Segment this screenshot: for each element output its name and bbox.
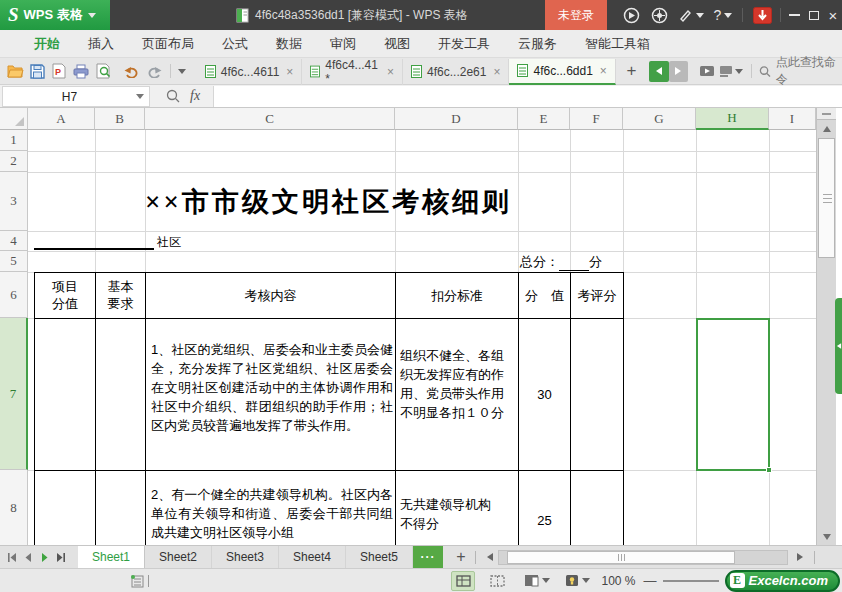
assessment-content-row2-cell[interactable]: 2、有一个健全的共建领导机构。社区内各单位有关领导和街道、居委会干部共同组成共建… <box>151 485 393 542</box>
horizontal-scrollbar[interactable] <box>498 550 788 565</box>
quick-access-dropdown[interactable] <box>176 59 189 83</box>
open-button[interactable] <box>4 59 26 83</box>
play-panel-button[interactable] <box>696 59 718 83</box>
doc-tab-4-active[interactable]: 4f6c...6dd1 × <box>509 59 615 85</box>
document-title-cell[interactable]: ××市市级文明社区考核细则 <box>34 172 623 231</box>
command-search[interactable]: 点此查找命令 <box>759 54 842 88</box>
menu-formulas[interactable]: 公式 <box>208 30 262 58</box>
doc-tab-2[interactable]: 4f6c4...41 * × <box>302 59 403 85</box>
prev-tab-button[interactable] <box>649 61 668 82</box>
maximize-button[interactable] <box>804 0 824 30</box>
zoom-formula-button[interactable] <box>166 89 180 106</box>
menu-cloud[interactable]: 云服务 <box>504 30 571 58</box>
header-deduction-standard-cell[interactable]: 扣分标准 <box>396 272 518 318</box>
sheet-tab-3[interactable]: Sheet3 <box>212 546 279 569</box>
last-sheet-button[interactable] <box>52 546 68 569</box>
close-button[interactable]: × <box>824 0 842 30</box>
community-name-blank[interactable] <box>34 232 154 250</box>
col-header-g[interactable]: G <box>623 108 696 130</box>
help-button[interactable]: ? <box>708 0 738 30</box>
normal-view-button[interactable] <box>451 571 475 591</box>
login-button[interactable]: 未登录 <box>545 0 607 30</box>
redo-button[interactable] <box>143 59 165 83</box>
col-header-b[interactable]: B <box>95 108 145 130</box>
col-header-c[interactable]: C <box>145 108 395 130</box>
close-tab-icon[interactable]: × <box>600 64 607 78</box>
formula-input[interactable] <box>213 86 842 107</box>
doc-tab-3[interactable]: 4f6c...2e61 × <box>403 59 509 85</box>
close-tab-icon[interactable]: × <box>387 65 394 79</box>
add-sheet-button[interactable]: + <box>453 546 469 569</box>
zoom-out-button[interactable]: — <box>644 573 657 588</box>
page-layout-button[interactable] <box>521 571 553 591</box>
scroll-down-button[interactable] <box>817 529 836 545</box>
sheet-tab-5[interactable]: Sheet5 <box>346 546 413 569</box>
score-row2-cell[interactable]: 25 <box>519 470 570 545</box>
name-box[interactable]: H7 <box>2 86 150 107</box>
settings-button[interactable] <box>646 0 672 30</box>
next-sheet-button[interactable] <box>36 546 52 569</box>
print-button[interactable] <box>70 59 92 83</box>
col-header-e[interactable]: E <box>518 108 570 130</box>
row-header-6[interactable]: 6 <box>0 272 28 318</box>
row-header-3[interactable]: 3 <box>0 172 28 231</box>
menu-page-layout[interactable]: 页面布局 <box>128 30 208 58</box>
scroll-right-button[interactable] <box>792 546 808 569</box>
row-header-7-selected[interactable]: 7 <box>0 318 28 470</box>
col-header-h-selected[interactable]: H <box>696 108 769 130</box>
minimize-button[interactable] <box>784 0 804 30</box>
total-score-cell[interactable]: 总分： 分 <box>520 252 602 271</box>
close-tab-icon[interactable]: × <box>493 65 500 79</box>
cells-area[interactable]: ××市市级文明社区考核细则 社区 总分： 分 项目 分值 <box>28 130 816 545</box>
split-pane-handle[interactable] <box>817 108 836 120</box>
vertical-scroll-thumb[interactable] <box>818 138 835 258</box>
sheet-tab-4[interactable]: Sheet4 <box>279 546 346 569</box>
sheet-tab-2[interactable]: Sheet2 <box>145 546 212 569</box>
theme-store-button[interactable] <box>618 0 644 30</box>
vertical-scrollbar[interactable] <box>816 108 836 545</box>
zoom-slider[interactable] <box>663 580 719 582</box>
task-pane-toggle[interactable] <box>835 298 842 394</box>
scroll-left-button[interactable] <box>482 546 498 569</box>
header-item-score-cell[interactable]: 项目 分值 <box>35 272 95 318</box>
deduction-row2-cell[interactable]: 无共建领导机构 不得分 <box>400 495 510 533</box>
header-basic-requirement-cell[interactable]: 基本 要求 <box>96 272 145 318</box>
score-row1-cell[interactable]: 30 <box>519 318 570 470</box>
export-pdf-button[interactable]: P <box>48 59 70 83</box>
sheet-tab-1-active[interactable]: Sheet1 <box>78 546 145 569</box>
deduction-row1-cell[interactable]: 组织不健全、各组织无发挥应有的作用、党员带头作用不明显各扣１０分 <box>400 346 510 422</box>
header-evaluation-cell[interactable]: 考评分 <box>571 272 623 318</box>
menu-view[interactable]: 视图 <box>370 30 424 58</box>
save-button[interactable] <box>26 59 48 83</box>
undo-button[interactable] <box>121 59 143 83</box>
menu-smart-toolbox[interactable]: 智能工具箱 <box>571 30 664 58</box>
scroll-up-button[interactable] <box>817 121 836 137</box>
sheet-list-button[interactable]: ··· <box>413 546 443 569</box>
row-header-5[interactable]: 5 <box>0 251 28 272</box>
print-preview-button[interactable] <box>93 59 115 83</box>
new-tab-button[interactable]: + <box>622 61 641 82</box>
prev-sheet-button[interactable] <box>20 546 36 569</box>
row-header-8[interactable]: 8 <box>0 470 28 545</box>
download-promo-button[interactable] <box>748 0 776 30</box>
app-logo-button[interactable]: S WPS 表格 <box>0 0 110 30</box>
workspace-button[interactable] <box>718 59 744 83</box>
col-header-i[interactable]: I <box>769 108 816 130</box>
page-break-view-button[interactable] <box>485 571 509 591</box>
first-sheet-button[interactable] <box>4 546 20 569</box>
skin-tools-button[interactable] <box>676 0 706 30</box>
row-header-1[interactable]: 1 <box>0 130 28 151</box>
row-header-4[interactable]: 4 <box>0 231 28 251</box>
col-header-f[interactable]: F <box>570 108 623 130</box>
menu-insert[interactable]: 插入 <box>74 30 128 58</box>
col-header-a[interactable]: A <box>28 108 95 130</box>
menu-review[interactable]: 审阅 <box>316 30 370 58</box>
selected-cell-h7[interactable] <box>696 318 770 471</box>
close-tab-icon[interactable]: × <box>286 65 293 79</box>
menu-data[interactable]: 数据 <box>262 30 316 58</box>
menu-home[interactable]: 开始 <box>20 30 74 58</box>
community-label-cell[interactable]: 社区 <box>157 233 181 252</box>
menu-developer[interactable]: 开发工具 <box>424 30 504 58</box>
header-score-cell[interactable]: 分 值 <box>519 272 570 318</box>
fill-handle[interactable] <box>766 467 772 473</box>
